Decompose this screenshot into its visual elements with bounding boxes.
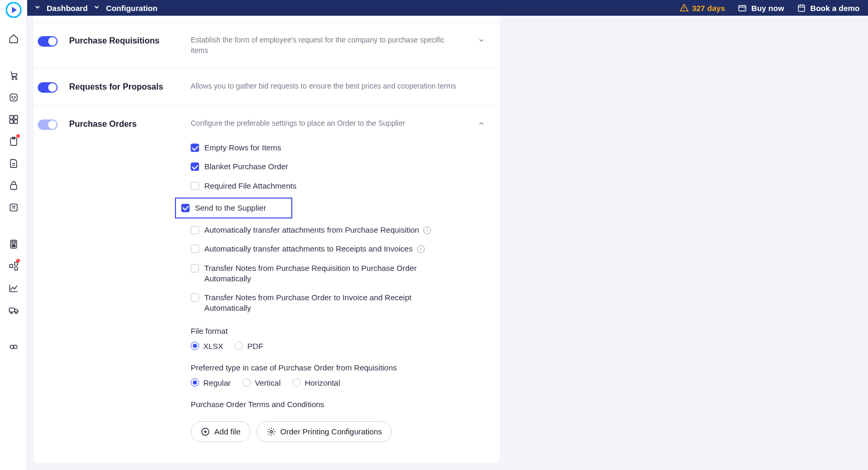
notification-dot <box>16 259 20 263</box>
label-required-files: Required File Attachments <box>204 181 296 191</box>
info-icon[interactable]: i <box>423 226 431 234</box>
nav-clipboard-icon[interactable] <box>2 131 25 152</box>
chevron-down-icon[interactable] <box>35 4 40 12</box>
add-file-button[interactable]: Add file <box>191 421 250 442</box>
svg-rect-24 <box>14 267 17 270</box>
option-empty-rows: Empty Rows for Items <box>191 143 484 153</box>
nav-grid-icon[interactable] <box>2 256 25 277</box>
svg-point-2 <box>15 78 17 80</box>
app-logo[interactable] <box>6 2 21 18</box>
radio-pdf[interactable]: PDF <box>235 342 263 351</box>
nav-truck-icon[interactable] <box>2 300 25 321</box>
section-title: Purchase Orders <box>69 118 191 129</box>
nav-chart-icon[interactable] <box>2 278 25 299</box>
nav-layers-icon[interactable] <box>2 197 25 218</box>
radio-horizontal[interactable]: Horizontal <box>292 378 340 387</box>
svg-rect-25 <box>9 308 14 312</box>
nav-home-icon[interactable] <box>2 28 25 49</box>
nav-calculator-icon[interactable] <box>2 234 25 255</box>
nav-doc-icon[interactable] <box>2 153 25 174</box>
section-title: Purchase Requisitions <box>69 35 191 46</box>
section-desc: Configure the preferable settings to pla… <box>191 118 474 129</box>
nav-boxes-icon[interactable] <box>2 109 25 130</box>
radio-icon <box>243 378 251 387</box>
svg-point-21 <box>14 246 15 247</box>
checkbox-transfer-notes-pr[interactable] <box>191 264 199 272</box>
button-row: Add file Order Printing Configurations <box>191 421 484 442</box>
option-send-supplier: Send to the Supplier <box>175 198 292 218</box>
file-format-radios: XLSX PDF <box>191 342 484 351</box>
breadcrumb: Dashboard Configuration <box>35 4 158 13</box>
buy-now-button[interactable]: Buy now <box>738 3 784 13</box>
preferred-type-title: Preferred type in case of Purchase Order… <box>191 363 484 372</box>
terms-title: Purchase Order Terms and Conditions <box>191 400 484 409</box>
breadcrumb-dashboard[interactable]: Dashboard <box>47 4 87 13</box>
nav-lock-icon[interactable] <box>2 175 25 196</box>
info-icon[interactable]: i <box>417 245 425 253</box>
checkbox-empty-rows[interactable] <box>191 144 199 152</box>
label-auto-transfer-ri: Automatically transfer attachments to Re… <box>204 244 425 254</box>
option-transfer-notes-pr: Transfer Notes from Purchase Requisition… <box>191 263 432 285</box>
radio-vertical[interactable]: Vertical <box>243 378 281 387</box>
book-demo-button[interactable]: Book a demo <box>797 3 860 13</box>
svg-point-1 <box>12 78 13 80</box>
svg-point-29 <box>14 345 17 349</box>
svg-rect-15 <box>12 242 15 243</box>
checkbox-auto-transfer-pr[interactable] <box>191 226 199 234</box>
toggle-rfp[interactable] <box>38 82 58 93</box>
checkbox-blanket[interactable] <box>191 162 199 171</box>
svg-rect-12 <box>10 184 17 189</box>
header: Dashboard Configuration 327 days Buy now… <box>0 0 868 16</box>
label-empty-rows: Empty Rows for Items <box>204 143 281 153</box>
option-blanket: Blanket Purchase Order <box>191 161 484 172</box>
nav-cart-icon[interactable] <box>2 65 25 86</box>
spacer <box>2 219 25 233</box>
demo-label: Book a demo <box>810 4 860 13</box>
svg-rect-30 <box>739 6 746 12</box>
svg-rect-31 <box>798 5 805 12</box>
svg-rect-23 <box>14 263 17 266</box>
checkbox-send-supplier[interactable] <box>181 204 190 212</box>
svg-point-26 <box>10 312 12 313</box>
trial-days-badge[interactable]: 327 days <box>679 3 725 13</box>
collapse-icon[interactable] <box>474 118 489 127</box>
days-text: 327 days <box>692 4 725 13</box>
buy-label: Buy now <box>751 4 784 13</box>
expand-icon[interactable] <box>474 35 489 43</box>
svg-point-20 <box>13 246 14 247</box>
svg-point-16 <box>12 245 12 245</box>
section-title: Requests for Proposals <box>69 81 191 92</box>
toggle-purchase-orders[interactable] <box>38 119 58 130</box>
checkbox-auto-transfer-ri[interactable] <box>191 245 199 253</box>
radio-regular[interactable]: Regular <box>191 378 231 387</box>
nav-link-icon[interactable] <box>2 336 25 357</box>
notification-dot <box>16 134 20 138</box>
svg-point-18 <box>14 245 15 245</box>
checkbox-transfer-notes-ir[interactable] <box>191 293 199 302</box>
settings-card: Purchase Requisitions Establish the form… <box>34 16 500 463</box>
label-auto-transfer-pr: Automatically transfer attachments from … <box>204 225 431 235</box>
svg-point-5 <box>14 96 15 97</box>
section-desc: Allows you to gather bid requests to ens… <box>191 81 474 92</box>
label-transfer-notes-ir: Transfer Notes from Purchase Order to In… <box>204 292 432 314</box>
spacer <box>2 50 25 64</box>
print-config-button[interactable]: Order Printing Configurations <box>257 421 392 442</box>
label-send-supplier: Send to the Supplier <box>195 203 266 213</box>
checkbox-required-files[interactable] <box>191 182 199 190</box>
section-rfp: Requests for Proposals Allows you to gat… <box>34 69 500 106</box>
main-content: Purchase Requisitions Establish the form… <box>27 16 868 470</box>
svg-rect-22 <box>9 265 13 268</box>
section-desc: Establish the form of employee's request… <box>191 35 474 56</box>
option-auto-transfer-pr: Automatically transfer attachments from … <box>191 225 484 235</box>
chevron-down-icon[interactable] <box>94 4 100 12</box>
nav-face-icon[interactable] <box>2 87 25 108</box>
toggle-requisitions[interactable] <box>38 36 58 47</box>
radio-xlsx[interactable]: XLSX <box>191 342 223 351</box>
breadcrumb-configuration[interactable]: Configuration <box>106 4 157 13</box>
label-transfer-notes-pr: Transfer Notes from Purchase Requisition… <box>204 263 432 285</box>
option-required-files: Required File Attachments <box>191 181 484 191</box>
svg-rect-6 <box>9 116 13 119</box>
svg-point-19 <box>12 246 12 247</box>
svg-rect-7 <box>14 116 17 119</box>
radio-icon <box>191 378 199 387</box>
